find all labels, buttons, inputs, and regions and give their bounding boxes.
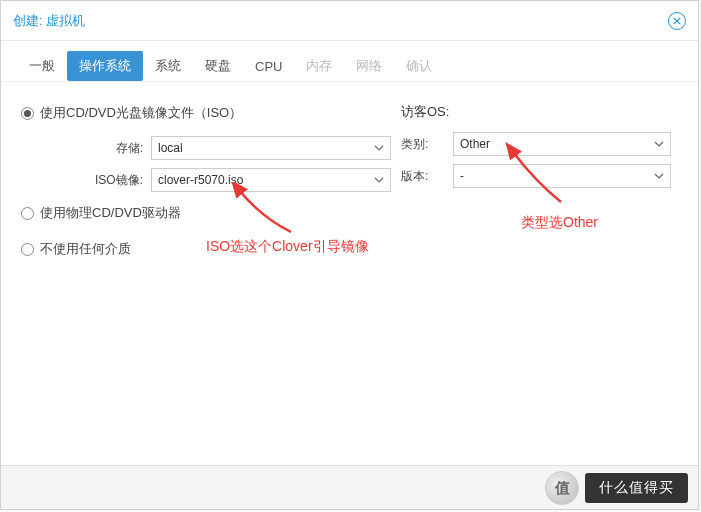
iso-label: ISO镜像: bbox=[21, 172, 151, 189]
tab-general[interactable]: 一般 bbox=[17, 51, 67, 81]
guest-type-value: Other bbox=[460, 137, 490, 151]
tab-os[interactable]: 操作系统 bbox=[67, 51, 143, 81]
storage-select[interactable]: local bbox=[151, 136, 391, 160]
radio-iso-label: 使用CD/DVD光盘镜像文件（ISO） bbox=[40, 104, 242, 122]
create-vm-dialog: 创建: 虚拟机 一般 操作系统 系统 硬盘 CPU 内存 网络 确认 使用CD/… bbox=[0, 0, 699, 510]
dialog-title: 创建: 虚拟机 bbox=[13, 12, 85, 30]
guest-os-title: 访客OS: bbox=[401, 103, 449, 121]
close-icon bbox=[673, 17, 681, 25]
radio-physical-label: 使用物理CD/DVD驱动器 bbox=[40, 204, 181, 222]
radio-dot-icon bbox=[21, 107, 34, 120]
tab-cpu[interactable]: CPU bbox=[243, 53, 294, 80]
tabs: 一般 操作系统 系统 硬盘 CPU 内存 网络 确认 bbox=[1, 41, 698, 82]
storage-label: 存储: bbox=[21, 140, 151, 157]
radio-use-iso[interactable]: 使用CD/DVD光盘镜像文件（ISO） bbox=[21, 104, 242, 122]
tab-memory[interactable]: 内存 bbox=[294, 51, 344, 81]
guest-type-label: 类别: bbox=[401, 136, 453, 153]
content-pane: 使用CD/DVD光盘镜像文件（ISO） 存储: local ISO镜像: clo… bbox=[1, 82, 698, 290]
radio-dot-icon bbox=[21, 243, 34, 256]
close-button[interactable] bbox=[668, 12, 686, 30]
tab-system[interactable]: 系统 bbox=[143, 51, 193, 81]
tab-confirm[interactable]: 确认 bbox=[394, 51, 444, 81]
annotation-iso: ISO选这个Clover引导镜像 bbox=[206, 238, 369, 256]
watermark: 值 什么值得买 bbox=[545, 471, 688, 505]
chevron-down-icon bbox=[374, 143, 384, 153]
annotation-arrow-icon bbox=[501, 142, 591, 212]
guest-version-label: 版本: bbox=[401, 168, 453, 185]
guest-version-value: - bbox=[460, 169, 464, 183]
radio-none-label: 不使用任何介质 bbox=[40, 240, 131, 258]
watermark-badge-icon: 值 bbox=[545, 471, 579, 505]
chevron-down-icon bbox=[654, 171, 664, 181]
chevron-down-icon bbox=[654, 139, 664, 149]
watermark-text: 什么值得买 bbox=[585, 473, 688, 503]
annotation-arrow-icon bbox=[221, 182, 321, 242]
storage-value: local bbox=[158, 141, 183, 155]
tab-disk[interactable]: 硬盘 bbox=[193, 51, 243, 81]
tab-network[interactable]: 网络 bbox=[344, 51, 394, 81]
radio-use-physical[interactable]: 使用物理CD/DVD驱动器 bbox=[21, 204, 181, 222]
annotation-type: 类型选Other bbox=[521, 214, 598, 232]
chevron-down-icon bbox=[374, 175, 384, 185]
titlebar: 创建: 虚拟机 bbox=[1, 1, 698, 41]
radio-dot-icon bbox=[21, 207, 34, 220]
radio-use-none[interactable]: 不使用任何介质 bbox=[21, 240, 131, 258]
